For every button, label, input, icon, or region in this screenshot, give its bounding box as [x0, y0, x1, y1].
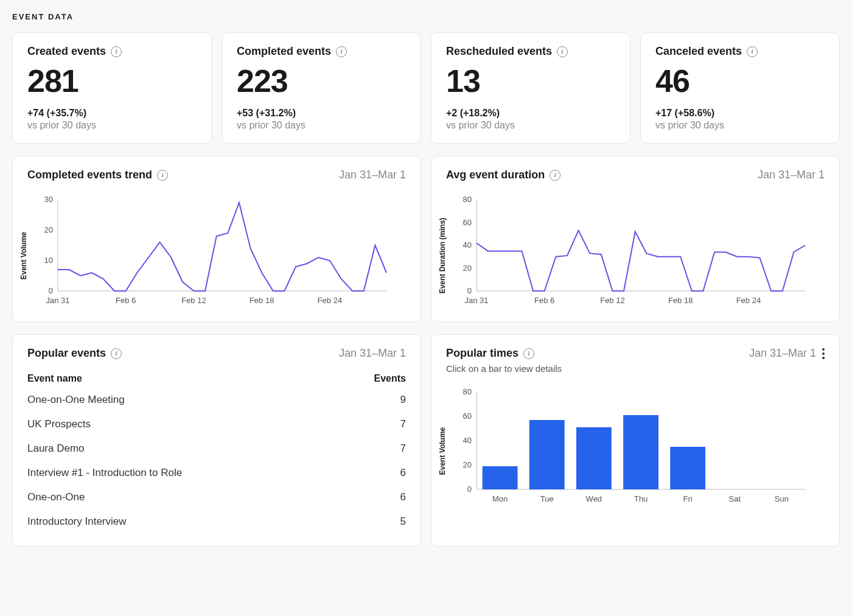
- svg-text:Feb 18: Feb 18: [668, 296, 693, 305]
- info-icon[interactable]: [157, 170, 168, 181]
- info-icon[interactable]: [747, 46, 758, 57]
- popular-times-chart: Event Volume 020406080MonTueWedThuFriSat…: [446, 386, 825, 508]
- event-name: Laura Demo: [27, 443, 85, 455]
- kpi-card-completed: Completed events 223 +53 (+31.2%) vs pri…: [222, 32, 421, 144]
- event-count: 7: [400, 418, 406, 430]
- completed-trend-card: Completed events trend Jan 31–Mar 1 Even…: [12, 156, 421, 322]
- svg-text:80: 80: [463, 387, 472, 396]
- kpi-delta: +53 (+31.2%): [237, 108, 406, 119]
- bar[interactable]: [483, 466, 518, 489]
- table-header: Event name Events: [27, 369, 406, 388]
- svg-text:Feb 24: Feb 24: [736, 296, 761, 305]
- svg-text:Wed: Wed: [586, 494, 602, 503]
- kpi-title: Created events: [27, 45, 106, 58]
- svg-text:60: 60: [463, 218, 472, 227]
- svg-text:Sat: Sat: [729, 494, 741, 503]
- svg-text:80: 80: [463, 195, 472, 204]
- event-name: One-on-One Meeting: [27, 394, 125, 406]
- chart-title: Avg event duration: [446, 169, 545, 181]
- kpi-title: Completed events: [237, 45, 331, 58]
- info-icon[interactable]: [336, 46, 347, 57]
- chart-row: Completed events trend Jan 31–Mar 1 Even…: [12, 156, 840, 322]
- svg-text:Mon: Mon: [492, 494, 508, 503]
- popular-times-svg: 020406080MonTueWedThuFriSatSun: [446, 386, 811, 508]
- kpi-title: Canceled events: [655, 45, 742, 58]
- event-name: Introductory Interview: [27, 516, 127, 528]
- svg-text:0: 0: [467, 286, 472, 295]
- svg-text:Feb 6: Feb 6: [116, 296, 136, 305]
- table-row[interactable]: UK Prospects7: [27, 412, 406, 436]
- kpi-value: 223: [237, 63, 406, 99]
- chart-title: Popular events: [27, 347, 106, 360]
- kpi-value: 13: [446, 63, 615, 99]
- bar[interactable]: [670, 447, 705, 489]
- bar[interactable]: [529, 420, 565, 489]
- event-count: 9: [400, 394, 406, 406]
- kpi-card-created: Created events 281 +74 (+35.7%) vs prior…: [12, 32, 212, 144]
- svg-text:0: 0: [467, 485, 472, 494]
- bar[interactable]: [623, 415, 658, 489]
- event-count: 5: [400, 516, 406, 528]
- col-events: Events: [374, 373, 406, 384]
- more-menu-icon[interactable]: [822, 348, 825, 359]
- kpi-sub: vs prior 30 days: [237, 120, 406, 131]
- chart-title: Popular times: [446, 347, 519, 360]
- svg-text:Feb 12: Feb 12: [600, 296, 624, 305]
- duration-chart: Event Duration (mins) 020406080Jan 31Feb…: [446, 194, 825, 309]
- kpi-delta: +74 (+35.7%): [27, 108, 197, 119]
- svg-text:Jan 31: Jan 31: [46, 296, 69, 305]
- svg-text:Sun: Sun: [775, 494, 789, 503]
- table-row[interactable]: One-on-One6: [27, 485, 406, 509]
- event-name: Interview #1 - Introduction to Role: [27, 467, 182, 479]
- kpi-value: 281: [27, 63, 197, 99]
- kpi-title: Rescheduled events: [446, 45, 552, 58]
- trend-chart: Event Volume 0102030Jan 31Feb 6Feb 12Feb…: [27, 194, 406, 309]
- svg-text:Feb 6: Feb 6: [534, 296, 554, 305]
- kpi-value: 46: [655, 63, 825, 99]
- svg-text:40: 40: [463, 240, 472, 250]
- col-event-name: Event name: [27, 373, 82, 384]
- popular-times-card: Popular times Jan 31–Mar 1 Click on a ba…: [431, 334, 840, 547]
- y-axis-label: Event Volume: [19, 232, 28, 279]
- y-axis-label: Event Duration (mins): [438, 218, 447, 294]
- popular-row: Popular events Jan 31–Mar 1 Event name E…: [12, 334, 840, 547]
- kpi-delta: +2 (+18.2%): [446, 108, 615, 119]
- table-row[interactable]: Introductory Interview5: [27, 509, 406, 534]
- event-name: One-on-One: [27, 491, 85, 503]
- kpi-sub: vs prior 30 days: [655, 120, 825, 131]
- kpi-card-rescheduled: Rescheduled events 13 +2 (+18.2%) vs pri…: [431, 32, 630, 144]
- kpi-sub: vs prior 30 days: [446, 120, 615, 131]
- svg-text:60: 60: [463, 411, 472, 421]
- svg-text:Tue: Tue: [540, 494, 554, 503]
- kpi-row: Created events 281 +74 (+35.7%) vs prior…: [12, 32, 840, 144]
- section-title: EVENT DATA: [12, 12, 840, 21]
- svg-text:20: 20: [44, 225, 53, 234]
- trend-chart-svg: 0102030Jan 31Feb 6Feb 12Feb 18Feb 24: [27, 194, 393, 309]
- kpi-card-canceled: Canceled events 46 +17 (+58.6%) vs prior…: [640, 32, 840, 144]
- event-count: 6: [400, 467, 406, 479]
- date-range: Jan 31–Mar 1: [339, 347, 406, 360]
- info-icon[interactable]: [557, 46, 568, 57]
- table-row[interactable]: Interview #1 - Introduction to Role6: [27, 461, 406, 485]
- event-name: UK Prospects: [27, 418, 91, 430]
- y-axis-label: Event Volume: [438, 427, 447, 475]
- table-row[interactable]: Laura Demo7: [27, 436, 406, 461]
- info-icon[interactable]: [550, 170, 560, 181]
- svg-text:Jan 31: Jan 31: [464, 296, 488, 305]
- info-icon[interactable]: [111, 46, 122, 57]
- chart-hint: Click on a bar to view details: [446, 363, 825, 374]
- svg-text:20: 20: [463, 264, 472, 273]
- info-icon[interactable]: [523, 348, 534, 359]
- popular-events-table: Event name Events One-on-One Meeting9UK …: [27, 369, 406, 534]
- kpi-sub: vs prior 30 days: [27, 120, 197, 131]
- date-range: Jan 31–Mar 1: [749, 347, 816, 360]
- svg-text:Feb 12: Feb 12: [181, 296, 206, 305]
- event-count: 6: [400, 491, 406, 503]
- bar[interactable]: [576, 427, 612, 489]
- info-icon[interactable]: [111, 348, 122, 359]
- table-row[interactable]: One-on-One Meeting9: [27, 388, 406, 412]
- event-count: 7: [400, 443, 406, 455]
- date-range: Jan 31–Mar 1: [758, 169, 825, 181]
- svg-text:20: 20: [463, 460, 472, 469]
- svg-text:Fri: Fri: [683, 494, 693, 503]
